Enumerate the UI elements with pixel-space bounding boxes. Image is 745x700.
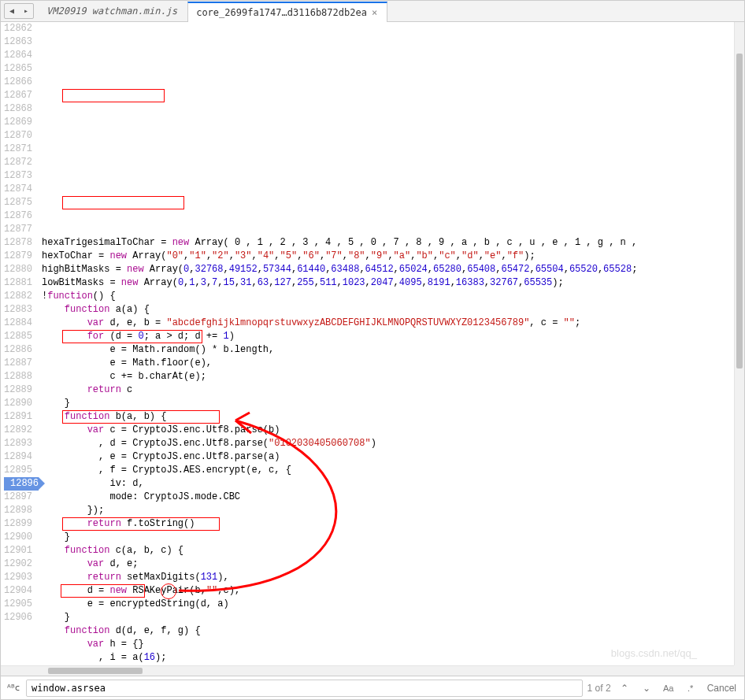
vertical-scroll-thumb[interactable]: [736, 54, 743, 369]
line-number: 12889: [4, 383, 32, 397]
line-number: 12878: [4, 236, 32, 250]
line-number: 12895: [4, 464, 32, 477]
next-match-button[interactable]: ⌄: [638, 680, 655, 696]
code-area[interactable]: hexaTrigesimalToChar = new Array( 0 , 1 …: [39, 22, 744, 676]
line-number: 12883: [4, 303, 32, 317]
code-line: }: [42, 531, 744, 544]
line-number: 12884: [4, 317, 32, 330]
line-number: 12881: [4, 276, 32, 290]
cancel-button[interactable]: Cancel: [704, 683, 739, 694]
line-number: 12891: [4, 410, 32, 424]
code-line: }: [42, 397, 744, 410]
code-line: e = Math.floor(e),: [42, 357, 744, 370]
code-line: e = Math.random() * b.length,: [42, 343, 744, 357]
match-case-button[interactable]: Aa: [660, 680, 677, 696]
code-line: }: [42, 611, 744, 624]
match-count: 1 of 2: [587, 683, 611, 694]
search-input[interactable]: [26, 680, 583, 697]
code-line: });: [42, 504, 744, 517]
line-number: 12875: [4, 196, 32, 209]
nav-back-icon[interactable]: ◀: [5, 4, 19, 18]
line-number: 12892: [4, 424, 32, 437]
line-number: 12863: [4, 35, 32, 49]
find-mode-icon[interactable]: ᴬᴮᴄ: [6, 681, 21, 695]
line-number: 12876: [4, 209, 32, 223]
line-number: 12894: [4, 450, 32, 464]
code-line: return setMaxDigits(131),: [42, 571, 744, 584]
code-line: , d = CryptoJS.enc.Utf8.parse("010203040…: [42, 437, 744, 450]
code-line: return c: [42, 383, 744, 397]
line-number: 12899: [4, 517, 32, 531]
line-number: 12871: [4, 143, 32, 156]
code-line: hexToChar = new Array("0","1","2","3","4…: [42, 250, 744, 263]
scroll-corner: [734, 665, 744, 676]
tab-active-label: core_2699fa1747…d3116b872db2ea: [196, 7, 367, 18]
line-number: 12893: [4, 437, 32, 450]
line-number: 12900: [4, 531, 32, 544]
find-bar: ᴬᴮᴄ 1 of 2 ⌃ ⌄ Aa .* Cancel: [1, 676, 744, 699]
prev-match-button[interactable]: ⌃: [616, 680, 633, 696]
line-number-gutter: 1286212863128641286512866128671286812869…: [1, 22, 39, 676]
line-number: 12901: [4, 544, 32, 557]
nav-menu-icon[interactable]: ▸: [19, 4, 33, 18]
tab-strip: ◀ ▸ VM20919 watchman.min.js core_2699fa1…: [1, 1, 744, 22]
code-line: for (d = 0; a > d; d += 1): [42, 330, 744, 343]
code-line: !function() {: [42, 290, 744, 303]
line-number: 12867: [4, 89, 32, 102]
line-number: 12880: [4, 263, 32, 276]
line-number: 12902: [4, 557, 32, 571]
code-line: var h = {}: [42, 638, 744, 651]
code-line: , i = a(16);: [42, 651, 744, 665]
tab-inactive-label: VM20919 watchman.min.js: [46, 6, 177, 17]
line-number: 12887: [4, 357, 32, 370]
line-number: 12865: [4, 62, 32, 76]
editor-pane: 1286212863128641286512866128671286812869…: [1, 22, 744, 676]
line-number: 12882: [4, 290, 32, 303]
line-number: 12869: [4, 116, 32, 129]
code-line: function c(a, b, c) {: [42, 544, 744, 557]
regex-button[interactable]: .*: [682, 680, 699, 696]
code-line: e = encryptedString(d, a): [42, 598, 744, 611]
code-line: d = new RSAKeyPair(b,"",c),: [42, 584, 744, 598]
code-line: highBitMasks = new Array(0,32768,49152,5…: [42, 263, 744, 276]
close-icon[interactable]: ×: [372, 7, 377, 18]
code-line: var d, e;: [42, 557, 744, 571]
horizontal-scroll-thumb[interactable]: [48, 668, 143, 674]
line-number: 12862: [4, 22, 32, 35]
code-line: mode: CryptoJS.mode.CBC: [42, 491, 744, 504]
code-line: var d, e, b = "abcdefghijklmnopqrstuvwxy…: [42, 317, 744, 330]
line-number: 12896: [4, 477, 39, 491]
annotation-box-fn-b: [62, 196, 184, 209]
line-number: 12874: [4, 183, 32, 196]
code-line: function a(a) {: [42, 303, 744, 317]
line-number: 12886: [4, 343, 32, 357]
vertical-scrollbar[interactable]: [734, 22, 744, 665]
tab-active[interactable]: core_2699fa1747…d3116b872db2ea ×: [187, 2, 387, 22]
line-number: 12898: [4, 504, 32, 517]
code-line: hexaTrigesimalToChar = new Array( 0 , 1 …: [42, 236, 744, 250]
code-line: lowBitMasks = new Array(0,1,3,7,15,31,63…: [42, 276, 744, 290]
line-number: 12879: [4, 250, 32, 263]
tab-inactive[interactable]: VM20919 watchman.min.js: [39, 2, 187, 20]
tab-nav-box: ◀ ▸: [4, 3, 34, 19]
line-number: 12864: [4, 49, 32, 62]
code-line: function b(a, b) {: [42, 410, 744, 424]
line-number: 12868: [4, 102, 32, 116]
line-number: 12870: [4, 129, 32, 143]
code-line: , e = CryptoJS.enc.Utf8.parse(a): [42, 450, 744, 464]
line-number: 12905: [4, 598, 32, 611]
code-line: function d(d, e, f, g) {: [42, 624, 744, 638]
line-number: 12890: [4, 397, 32, 410]
line-number: 12866: [4, 76, 32, 89]
code-line: , f = CryptoJS.AES.encrypt(e, c, {: [42, 464, 744, 477]
code-line: iv: d,: [42, 477, 744, 491]
line-number: 12885: [4, 330, 32, 343]
horizontal-scrollbar[interactable]: [1, 665, 734, 676]
line-number: 12872: [4, 156, 32, 169]
code-line: c += b.charAt(e);: [42, 370, 744, 383]
line-number: 12888: [4, 370, 32, 383]
line-number: 12873: [4, 169, 32, 183]
code-line: return f.toString(): [42, 517, 744, 531]
line-number: 12897: [4, 491, 32, 504]
code-line: var c = CryptoJS.enc.Utf8.parse(b): [42, 424, 744, 437]
